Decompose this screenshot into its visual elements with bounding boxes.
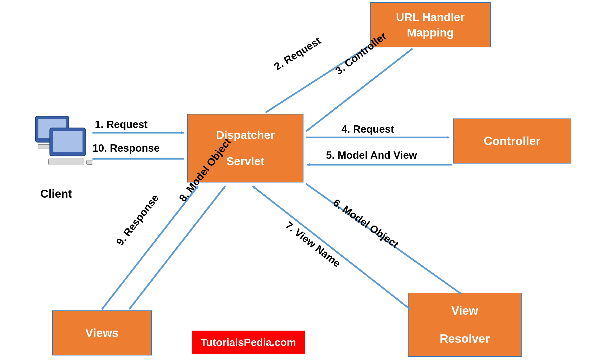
svg-line-14: [252, 186, 410, 309]
edge-6-label: 6. Model Object: [331, 197, 401, 250]
edge-2-label: 2. Request: [272, 35, 323, 73]
edge-10-label: 10. Response: [92, 142, 160, 154]
view-resolver-line1: View: [451, 304, 478, 318]
edge-9-label: 9. Response: [114, 192, 161, 248]
dispatcher-line2: Servlet: [226, 155, 264, 168]
edge-7-label: 7. View Name: [283, 219, 343, 270]
edge-5-label: 5. Model And View: [326, 149, 417, 161]
view-resolver-line2: Resolver: [440, 332, 490, 346]
client-icon: [26, 111, 92, 178]
edge-3-label: 3. Controller: [333, 30, 389, 77]
watermark: TutorialsPedia.com: [192, 331, 305, 354]
url-handler-line1: URL Handler: [396, 11, 465, 24]
view-resolver-box: View Resolver: [408, 293, 522, 357]
edge-4-label: 4. Request: [341, 123, 394, 135]
controller-box: Controller: [453, 118, 571, 164]
url-handler-mapping-box: URL Handler Mapping: [370, 2, 491, 47]
client-label: Client: [40, 187, 72, 200]
svg-rect-5: [49, 159, 84, 165]
svg-rect-4: [53, 131, 82, 152]
views-label: Views: [85, 326, 119, 340]
edge-1-label: 1. Request: [95, 118, 148, 130]
views-box: Views: [52, 311, 152, 355]
diagram-arrows: [0, 0, 615, 364]
controller-label: Controller: [484, 134, 541, 148]
svg-rect-6: [87, 160, 92, 165]
url-handler-line2: Mapping: [407, 26, 454, 39]
